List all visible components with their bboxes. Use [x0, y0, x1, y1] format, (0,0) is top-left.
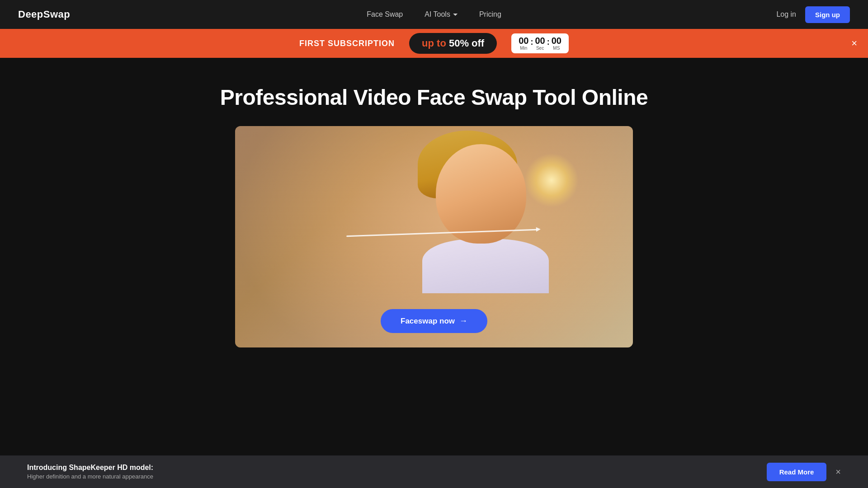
notification-bar: Introducing ShapeKeeper HD model: Higher…	[0, 455, 868, 488]
faceswap-btn-label: Faceswap now	[401, 317, 455, 326]
body-shape	[422, 239, 549, 293]
notification-subtitle: Higher definition and a more natural app…	[27, 473, 153, 480]
nav-pricing[interactable]: Pricing	[479, 10, 501, 19]
navbar: DeepSwap Face Swap AI Tools Pricing Log …	[0, 0, 868, 29]
nav-ai-tools[interactable]: AI Tools	[425, 10, 458, 19]
countdown-min: 00 Min	[519, 36, 528, 51]
subscription-text: FIRST SUBSCRIPTION	[299, 39, 395, 48]
promo-banner: FIRST SUBSCRIPTION up to 50% off 00 Min …	[0, 29, 868, 58]
notification-actions: Read More ×	[767, 463, 841, 481]
head-shape	[436, 144, 526, 244]
faceswap-now-button[interactable]: Faceswap now →	[381, 309, 487, 333]
banner-close-button[interactable]: ×	[851, 38, 857, 49]
hero-section: Professional Video Face Swap Tool Online…	[0, 58, 868, 366]
colon-1: :	[530, 38, 533, 50]
nav-actions: Log in Sign up	[776, 6, 850, 23]
countdown-ms: 00 MS	[552, 36, 561, 51]
colon-2: :	[547, 38, 550, 50]
login-button[interactable]: Log in	[776, 10, 796, 19]
countdown-timer: 00 Min : 00 Sec : 00 MS	[511, 33, 569, 53]
signup-button[interactable]: Sign up	[805, 6, 850, 23]
hero-title: Professional Video Face Swap Tool Online	[220, 85, 648, 110]
brand-logo[interactable]: DeepSwap	[18, 9, 70, 20]
hero-image: Faceswap now →	[235, 126, 633, 347]
nav-links: Face Swap AI Tools Pricing	[367, 10, 501, 19]
person-silhouette	[422, 144, 540, 298]
notification-text: Introducing ShapeKeeper HD model: Higher…	[27, 464, 153, 480]
countdown-sec: 00 Sec	[535, 36, 545, 51]
chevron-down-icon	[453, 14, 458, 16]
read-more-button[interactable]: Read More	[767, 463, 827, 481]
arrow-icon: →	[459, 316, 467, 326]
discount-label: up to 50% off	[422, 38, 484, 49]
notification-title: Introducing ShapeKeeper HD model:	[27, 464, 153, 472]
notification-close-button[interactable]: ×	[835, 467, 841, 477]
discount-badge: up to 50% off	[409, 33, 497, 54]
nav-face-swap[interactable]: Face Swap	[367, 10, 403, 19]
